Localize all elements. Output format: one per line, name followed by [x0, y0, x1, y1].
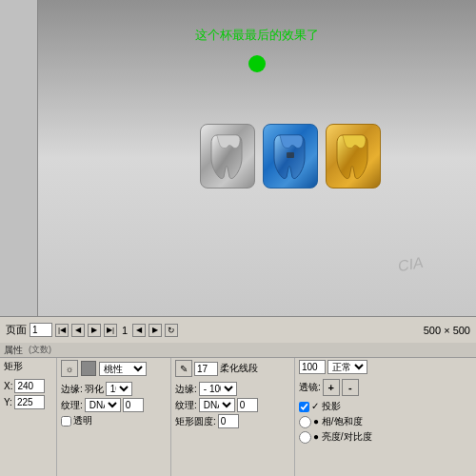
nav-prev-btn[interactable]: ◀: [71, 324, 85, 337]
canvas-area: 这个杯最最后的效果了: [0, 0, 476, 343]
props-title-label: 属性: [4, 344, 23, 357]
huesat-label: ● 相/饱和度: [313, 415, 363, 428]
tooth-svg-blue: [272, 131, 308, 181]
tooth-svg-gold: [335, 131, 371, 181]
shadow-label: ✓ 投影: [311, 400, 341, 413]
canvas-viewport: 这个杯最最后的效果了: [38, 0, 476, 316]
blend-select[interactable]: 正常: [327, 360, 367, 374]
tooth-icon-silver[interactable]: [200, 124, 255, 188]
tooth-icon-blue[interactable]: [263, 124, 318, 188]
huesat-radio[interactable]: [299, 416, 311, 428]
properties-panel: 属性 (文数) 矩形 X: Y:: [0, 343, 476, 476]
x-label: X:: [4, 381, 12, 391]
transparent-check[interactable]: [61, 416, 71, 426]
pattern-label: 纹理:: [61, 399, 83, 412]
opacity-input[interactable]: [299, 360, 326, 374]
watermark-cia: CIA: [397, 254, 425, 275]
num1-input[interactable]: [194, 362, 218, 376]
props-header: 属性 (文数): [0, 343, 476, 358]
transparent-label: 透明: [73, 414, 92, 427]
zoom-in-btn[interactable]: +: [323, 379, 340, 396]
y-row: Y:: [4, 395, 52, 409]
canvas-size-label: 476 × 476: [424, 325, 470, 336]
corner-input[interactable]: [218, 414, 239, 428]
edge2-label: 边缘:: [175, 383, 197, 396]
brightness-label: ● 亮度/对比度: [313, 430, 372, 444]
y-label: Y:: [4, 397, 12, 407]
svg-rect-0: [287, 152, 294, 158]
shape-type-row: 矩形: [4, 360, 52, 373]
bottom-status-bar: 页面 |◀ ◀ ▶ ▶| 1 ◀ ▶ ↻ 476 × 476: [0, 316, 476, 343]
x-row: X:: [4, 379, 52, 393]
page-number-input[interactable]: [30, 323, 52, 337]
pattern-select[interactable]: DNA: [85, 398, 121, 412]
props-col-tools: ☼ 桃性 边缘: 羽化 10 纹理: DNA: [57, 358, 171, 476]
green-indicator: [248, 55, 266, 72]
shadow-check[interactable]: [299, 402, 309, 412]
shape-label: 矩形: [4, 360, 23, 373]
texture2-select[interactable]: DNA: [199, 398, 235, 412]
ruler-left: [0, 0, 38, 316]
refresh-btn[interactable]: ↻: [165, 324, 178, 337]
tooth-icon-gold[interactable]: [326, 124, 381, 188]
props-body: 矩形 X: Y: ☼ 桃性: [0, 358, 476, 476]
texture2-val[interactable]: [237, 398, 258, 412]
edge2-select[interactable]: - 100: [199, 382, 237, 396]
texture-select[interactable]: 桃性: [99, 362, 147, 376]
props-text-indicator: (文数): [29, 344, 51, 356]
nav-prev2-btn[interactable]: ◀: [132, 324, 146, 337]
nav-next2-btn[interactable]: ▶: [149, 324, 162, 337]
feather-label: 羽化: [85, 383, 104, 396]
props-col-right: 正常 透镜: + - ✓ 投影 ● 相/饱和度: [295, 358, 409, 476]
x-input[interactable]: [14, 379, 45, 393]
icons-container: [200, 124, 381, 188]
nav-next-btn[interactable]: ▶: [88, 324, 101, 337]
feather-select[interactable]: 10: [106, 382, 132, 396]
corner-label: 矩形圆度:: [175, 415, 216, 428]
page-label: 页面: [6, 323, 27, 337]
zoom-label: 透镜:: [299, 381, 321, 394]
pattern-val[interactable]: [123, 398, 144, 412]
brightness-radio[interactable]: [299, 431, 311, 444]
y-input[interactable]: [14, 395, 45, 409]
tool-btn-1[interactable]: ☼: [61, 360, 78, 377]
nav-last-btn[interactable]: ▶|: [104, 324, 117, 337]
soften-label: 柔化线段: [220, 362, 258, 375]
app-container: 这个杯最最后的效果了: [0, 0, 476, 476]
tooth-svg-silver: [209, 131, 246, 181]
pencil-btn[interactable]: ✎: [175, 360, 192, 377]
caption-text: 这个杯最最后的效果了: [195, 27, 319, 44]
nav-first-btn[interactable]: |◀: [55, 324, 69, 337]
props-col-shape: 矩形 X: Y:: [0, 358, 57, 476]
edge-label: 边缘:: [61, 383, 83, 396]
zoom-out-btn[interactable]: -: [342, 379, 359, 396]
texture2-label: 纹理:: [175, 399, 197, 412]
props-col-texture2: ✎ 柔化线段 边缘: - 100 纹理: DNA: [171, 358, 295, 476]
